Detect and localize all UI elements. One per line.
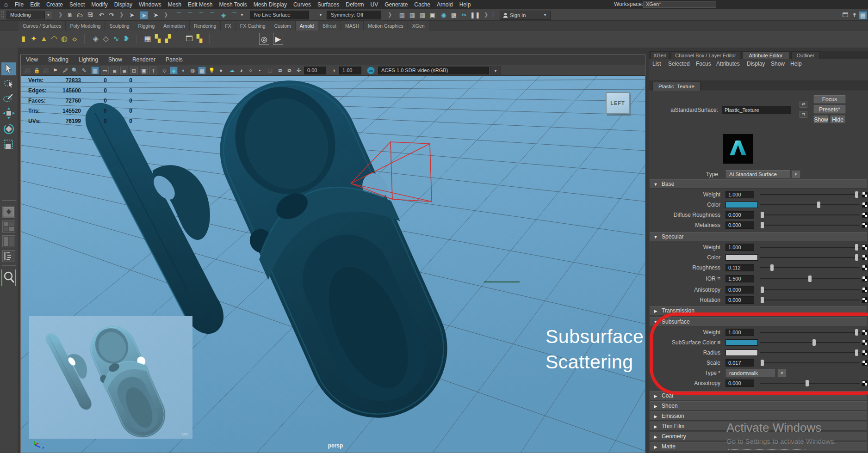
select-by-hierarchy-icon[interactable]: ➤: [128, 11, 136, 19]
menu-file[interactable]: File: [12, 0, 27, 9]
shelf-tab-custom[interactable]: Custom: [270, 21, 296, 31]
safe-title-icon[interactable]: T: [149, 67, 157, 74]
rotate-tool[interactable]: [1, 122, 16, 135]
modeling-toolkit-icon[interactable]: 🗔: [841, 11, 849, 19]
menu-curves[interactable]: Curves: [290, 0, 314, 9]
leaf-material-icon[interactable]: ❥: [121, 33, 131, 45]
tab-channel-box[interactable]: Channel Box / Layer Editor: [671, 51, 740, 59]
toolbar-separator[interactable]: ❯: [388, 12, 392, 18]
slider[interactable]: [760, 342, 860, 343]
shelf-tab-sculpting[interactable]: Sculpting: [105, 21, 134, 31]
section-specular[interactable]: ▼Specular: [650, 232, 867, 241]
texture-map-button[interactable]: [862, 255, 868, 260]
texture-map-button[interactable]: [862, 276, 868, 282]
vp-menu-panels[interactable]: Panels: [161, 55, 188, 65]
grease-pencil-icon[interactable]: ✎: [80, 67, 88, 74]
viewport-canvas[interactable]: MW z Verts:7283300 Edges:14560000 Faces:…: [21, 76, 645, 453]
section-subsurface[interactable]: ▼Subsurface: [650, 317, 867, 326]
lasso-select-tool[interactable]: [1, 77, 16, 90]
standin-icon[interactable]: ◈: [91, 33, 101, 45]
menu-arnold[interactable]: Arnold: [434, 0, 456, 9]
spot-light-icon[interactable]: ▲: [39, 33, 49, 45]
live-surface-field[interactable]: No Live Surface: [250, 11, 309, 19]
hide-button[interactable]: Hide: [830, 116, 845, 123]
subsurface-type-dropdown[interactable]: randomwalk: [725, 369, 775, 377]
output-connections-icon[interactable]: ⇉: [800, 111, 807, 118]
color-management-toggle[interactable]: ON: [367, 67, 375, 74]
character-controls-icon[interactable]: 🕈: [850, 11, 859, 19]
move-tool[interactable]: [1, 107, 16, 120]
type-dropdown-arrow-icon[interactable]: ▼: [791, 170, 800, 178]
menu-cache[interactable]: Cache: [411, 0, 434, 9]
value-field[interactable]: 1.000: [725, 244, 754, 251]
texture-map-button[interactable]: [862, 330, 868, 335]
texture-map-button[interactable]: [862, 297, 868, 303]
panel-menu-display[interactable]: Display: [747, 59, 765, 68]
bookmark-icon[interactable]: ⚑: [51, 67, 59, 74]
material-swatch[interactable]: [723, 134, 753, 164]
tab-xgen[interactable]: XGen: [651, 51, 669, 59]
texture-map-button[interactable]: [862, 340, 868, 345]
film-gate-icon[interactable]: ▭: [101, 67, 109, 74]
slider[interactable]: [760, 383, 860, 384]
shelf-tab-fx-caching[interactable]: FX Caching: [236, 21, 270, 31]
isolate-select-magnifier[interactable]: [1, 269, 16, 286]
symmetry-arrow-icon[interactable]: ▼: [318, 11, 323, 19]
colorspace-arrow-icon[interactable]: ▼: [490, 67, 501, 74]
texture-map-button[interactable]: [862, 265, 868, 270]
panel-menu-list[interactable]: List: [652, 59, 661, 68]
shelf-tab-bifrost[interactable]: Bifrost: [318, 21, 341, 31]
layout-two-pane[interactable]: [2, 235, 15, 247]
input-connections-icon[interactable]: ⇄: [800, 101, 807, 108]
mesh-light-icon[interactable]: ◍: [59, 33, 69, 45]
grid-toggle-icon[interactable]: ▦: [91, 67, 99, 74]
select-camera-icon[interactable]: 🎥: [24, 67, 31, 74]
shelf-tab-curves-surfaces[interactable]: Curves / Surfaces: [19, 21, 66, 31]
2d-pan-zoom-icon[interactable]: 🔍: [71, 67, 79, 74]
toolbar-separator[interactable]: ❯: [119, 12, 124, 18]
point-light-icon[interactable]: ✦: [29, 33, 39, 45]
texture-map-button[interactable]: [862, 212, 868, 218]
aov-browser-icon[interactable]: ▚: [194, 33, 205, 45]
color-swatch[interactable]: [725, 339, 758, 346]
gate-mask-icon[interactable]: ◙: [120, 67, 128, 74]
section-coat[interactable]: ▶Coat: [650, 391, 867, 400]
textured-mode-icon[interactable]: ◐: [180, 67, 187, 74]
section-base[interactable]: ▼Base: [650, 179, 867, 189]
procedural-icon[interactable]: ◇: [101, 33, 111, 45]
safe-action-icon[interactable]: ▣: [140, 67, 148, 74]
motion-blur-icon[interactable]: ◕: [237, 67, 245, 74]
resolution-gate-icon[interactable]: ◙: [111, 67, 118, 74]
menu-surfaces[interactable]: Surfaces: [314, 0, 342, 9]
slider[interactable]: [760, 300, 860, 300]
slider[interactable]: [760, 257, 860, 258]
wireframe-icon[interactable]: ◇: [161, 67, 168, 74]
gamma-icon[interactable]: ◑: [330, 67, 338, 74]
show-button[interactable]: Show: [813, 116, 829, 123]
menu-display[interactable]: Display: [111, 0, 136, 9]
shelf-tab-fx[interactable]: FX: [221, 21, 236, 31]
texture-map-button[interactable]: [862, 245, 868, 250]
texture-map-button[interactable]: [862, 192, 868, 197]
shadows-icon[interactable]: ●: [217, 67, 225, 74]
vp-menu-lighting[interactable]: Lighting: [74, 55, 103, 65]
tab-attribute-editor[interactable]: Attribute Editor: [742, 51, 789, 59]
home-icon[interactable]: ⌂: [0, 0, 12, 9]
workspace-selector[interactable]: XGen*: [643, 1, 716, 8]
color-swatch[interactable]: [725, 254, 758, 261]
menu-edit-mesh[interactable]: Edit Mesh: [185, 0, 216, 9]
shelf-tab-poly-modeling[interactable]: Poly Modeling: [66, 21, 105, 31]
anti-alias-icon[interactable]: ○: [247, 67, 254, 74]
use-default-material-icon[interactable]: ▩: [198, 67, 206, 74]
toolbar-separator[interactable]: ❯: [164, 12, 168, 18]
play-sequence-icon[interactable]: ▶: [273, 33, 283, 45]
snap-to-point-icon[interactable]: ⌒: [197, 11, 205, 19]
render-view-icon[interactable]: ▣: [428, 11, 437, 19]
save-scene-icon[interactable]: 🖫: [86, 11, 94, 19]
layout-outliner-pane[interactable]: [2, 250, 15, 262]
paint-select-tool[interactable]: [1, 92, 16, 105]
slider[interactable]: [760, 332, 860, 333]
value-field[interactable]: 0.000: [725, 380, 754, 387]
menu-modify[interactable]: Modify: [88, 0, 111, 9]
value-field[interactable]: 0.000: [725, 286, 754, 294]
